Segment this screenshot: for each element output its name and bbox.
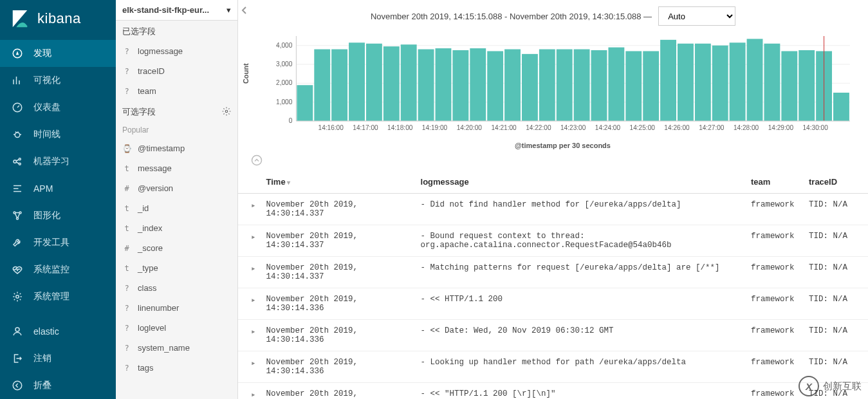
expand-row-icon[interactable]: ▸ xyxy=(238,320,261,351)
expand-row-icon[interactable]: ▸ xyxy=(238,225,261,257)
field-_index[interactable]: t_index xyxy=(116,218,237,238)
expand-row-icon[interactable]: ▸ xyxy=(238,288,261,320)
svg-point-9 xyxy=(17,218,19,219)
nav-item-bar[interactable]: 可视化 xyxy=(0,67,116,94)
cell-traceid: TID: N/A xyxy=(804,288,868,320)
svg-text:14:27:00: 14:27:00 xyxy=(699,124,725,131)
nav-item-ml[interactable]: 机器学习 xyxy=(0,148,116,175)
cell-team: framework xyxy=(746,351,804,383)
kibana-logo[interactable]: kibana xyxy=(0,0,116,40)
svg-point-74 xyxy=(252,156,262,165)
field-type-icon: ? xyxy=(122,324,131,333)
cell-traceid: TID: N/A xyxy=(804,320,868,351)
cell-time: November 20th 2019, 14:30:14.336 xyxy=(261,351,416,383)
field-_score[interactable]: #_score xyxy=(116,238,237,258)
field-type-icon: # xyxy=(122,184,131,193)
field-loglevel[interactable]: ?loglevel xyxy=(116,318,237,338)
nav-item-graph[interactable]: 图形化 xyxy=(0,202,116,229)
nav-item-collapse[interactable]: 折叠 xyxy=(0,372,116,399)
table-row[interactable]: ▸November 20th 2019, 14:30:14.336- Looki… xyxy=(238,351,868,383)
field-type-icon: ? xyxy=(122,87,131,96)
field-type-icon: t xyxy=(122,264,131,273)
expand-row-icon[interactable]: ▸ xyxy=(238,194,261,225)
svg-rect-28 xyxy=(366,44,382,121)
field-@version[interactable]: #@version xyxy=(116,178,237,198)
field-system_name[interactable]: ?system_name xyxy=(116,338,237,358)
cell-logmessage: - Matching patterns for request [/eureka… xyxy=(416,257,746,288)
table-row[interactable]: ▸November 20th 2019, 14:30:14.337- Did n… xyxy=(238,194,868,225)
collapse-icon xyxy=(10,378,24,393)
nav-item-apm[interactable]: APM xyxy=(0,175,116,202)
nav-item-heart[interactable]: 系统监控 xyxy=(0,256,116,283)
table-row[interactable]: ▸November 20th 2019, 14:30:14.337- Match… xyxy=(238,257,868,288)
time-range-bar: November 20th 2019, 14:15:15.088 - Novem… xyxy=(238,0,868,28)
svg-text:14:28:00: 14:28:00 xyxy=(734,124,759,131)
ml-icon xyxy=(10,154,24,169)
histogram-chart[interactable]: Count 01,0002,0003,0004,00014:16:0014:17… xyxy=(238,28,868,152)
field-class[interactable]: ?class xyxy=(116,278,237,298)
svg-marker-1 xyxy=(16,51,19,55)
chart-xlabel: @timestamp per 30 seconds xyxy=(270,142,855,149)
svg-point-13 xyxy=(225,110,228,113)
field-_type[interactable]: t_type xyxy=(116,258,237,278)
cell-team: framework xyxy=(746,320,804,351)
svg-text:14:22:00: 14:22:00 xyxy=(526,124,551,131)
column-time[interactable]: Time▾ xyxy=(261,171,416,194)
cell-team: framework xyxy=(746,383,804,400)
cell-logmessage: - Bound request context to thread: org.a… xyxy=(416,225,746,257)
chart-ylabel: Count xyxy=(242,63,250,84)
nav-item-gear[interactable]: 系统管理 xyxy=(0,283,116,310)
field-linenumber[interactable]: ?linenumber xyxy=(116,298,237,318)
index-pattern-select[interactable]: elk-stand-sit-fkp-eur... ▾ xyxy=(116,0,237,21)
column-logmessage[interactable]: logmessage xyxy=(416,171,746,194)
cell-traceid: TID: N/A xyxy=(804,351,868,383)
expand-row-icon[interactable]: ▸ xyxy=(238,257,261,288)
svg-text:14:20:00: 14:20:00 xyxy=(457,124,483,131)
caret-down-icon: ▾ xyxy=(226,5,231,15)
svg-rect-37 xyxy=(522,54,538,121)
nav-item-wrench[interactable]: 开发工具 xyxy=(0,229,116,256)
svg-text:14:19:00: 14:19:00 xyxy=(422,124,448,131)
svg-rect-24 xyxy=(297,85,313,121)
svg-rect-43 xyxy=(625,51,642,121)
cell-traceid: TID: N/A xyxy=(804,225,868,257)
expand-row-icon[interactable]: ▸ xyxy=(238,383,261,400)
field-team[interactable]: ?team xyxy=(116,81,237,101)
column-traceid[interactable]: traceID xyxy=(804,171,868,194)
field-_id[interactable]: t_id xyxy=(116,198,237,218)
selected-fields-title: 已选字段 xyxy=(116,21,237,41)
svg-rect-50 xyxy=(747,39,763,121)
field-type-icon: ? xyxy=(122,304,131,313)
nav-item-compass[interactable]: 发现 xyxy=(0,40,116,67)
cell-time: November 20th 2019, 14:30:14.337 xyxy=(261,257,416,288)
field-message[interactable]: tmessage xyxy=(116,158,237,178)
collapse-sidebar-icon[interactable] xyxy=(239,5,250,15)
svg-rect-3 xyxy=(15,133,20,138)
nav-item-gauge[interactable]: 仪表盘 xyxy=(0,94,116,121)
svg-rect-36 xyxy=(504,50,521,121)
nav-item-bug[interactable]: 时间线 xyxy=(0,121,116,148)
table-row[interactable]: ▸November 20th 2019, 14:30:14.336 - << "… xyxy=(238,383,868,400)
kibana-logo-icon xyxy=(10,9,30,28)
collapse-chart-icon[interactable] xyxy=(238,152,868,171)
interval-select[interactable]: Auto xyxy=(658,6,735,26)
column-team[interactable]: team xyxy=(746,171,804,194)
gear-icon[interactable] xyxy=(222,107,231,118)
table-row[interactable]: ▸November 20th 2019, 14:30:14.336- << Da… xyxy=(238,320,868,351)
field-type-icon: # xyxy=(122,244,131,253)
nav-item-user[interactable]: elastic xyxy=(0,318,116,345)
field-logmessage[interactable]: ?logmessage xyxy=(116,41,237,61)
field-@timestamp[interactable]: ⌚@timestamp xyxy=(116,138,237,158)
field-traceID[interactable]: ?traceID xyxy=(116,61,237,81)
field-tags[interactable]: ?tags xyxy=(116,358,237,378)
table-row[interactable]: ▸November 20th 2019, 14:30:14.337- Bound… xyxy=(238,225,868,257)
table-row[interactable]: ▸November 20th 2019, 14:30:14.336- << HT… xyxy=(238,288,868,320)
cell-logmessage: - << Date: Wed, 20 Nov 2019 06:30:12 GMT xyxy=(416,320,746,351)
expand-row-icon[interactable]: ▸ xyxy=(238,351,261,383)
cell-logmessage: - << "HTTP/1.1 200 [\r][\n]" xyxy=(416,383,746,400)
cell-time: November 20th 2019, 14:30:14.336 xyxy=(261,320,416,351)
nav-item-logout[interactable]: 注销 xyxy=(0,345,116,372)
svg-point-12 xyxy=(13,381,22,390)
cell-logmessage: - << HTTP/1.1 200 xyxy=(416,288,746,320)
user-icon xyxy=(10,324,24,339)
